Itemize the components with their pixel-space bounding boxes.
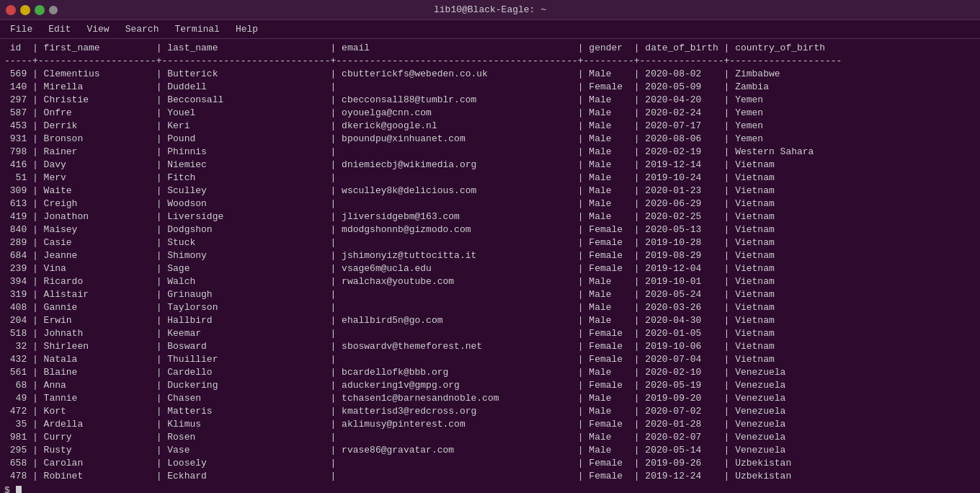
table-row: 309 | Waite | Sculley | wsculley8k@delic… — [4, 185, 976, 197]
table-row: 140 | Mirella | Duddell | | Female | 202… — [4, 81, 976, 94]
window-controls[interactable] — [6, 5, 58, 15]
table-row: 295 | Rusty | Vase | rvase86@gravatar.co… — [4, 444, 976, 457]
table-row: 569 | Clementius | Butterick | cbutteric… — [4, 68, 976, 81]
table-row: 394 | Ricardo | Walch | rwalchax@youtube… — [4, 275, 976, 288]
menu-view[interactable]: View — [79, 22, 116, 36]
menubar: File Edit View Search Terminal Help — [0, 20, 980, 39]
table-row: 68 | Anna | Duckering | aduckering1v@gmp… — [4, 379, 976, 392]
table-row: 798 | Rainer | Phinnis | | Male | 2020-0… — [4, 146, 976, 159]
prompt-symbol: $ — [4, 485, 16, 493]
table-row: 518 | Johnath | Keemar | | Female | 2020… — [4, 327, 976, 340]
close-button[interactable] — [6, 5, 16, 15]
extra-button[interactable] — [49, 6, 58, 14]
table-row: 51 | Merv | Fitch | | Male | 2019-10-24 … — [4, 172, 976, 185]
table-row: 204 | Erwin | Hallbird | ehallbird5n@go.… — [4, 314, 976, 327]
table-row: 658 | Carolan | Loosely | | Female | 201… — [4, 457, 976, 470]
table-row: 840 | Maisey | Dodgshon | mdodgshonnb@gi… — [4, 223, 976, 236]
cursor — [16, 486, 22, 493]
table-row: 478 | Robinet | Eckhard | | Female | 201… — [4, 470, 976, 483]
table-row: 416 | Davy | Niemiec | dniemiecbj@wikime… — [4, 159, 976, 172]
titlebar: lib10@Black-Eagle: ~ — [0, 0, 980, 20]
table-header: id | first_name | last_name | email | ge… — [4, 42, 976, 55]
table-row: 297 | Christie | Becconsall | cbecconsal… — [4, 94, 976, 107]
menu-edit[interactable]: Edit — [41, 22, 78, 36]
menu-terminal[interactable]: Terminal — [167, 22, 226, 36]
table-row: 432 | Natala | Thuillier | | Female | 20… — [4, 353, 976, 366]
terminal-content[interactable]: id | first_name | last_name | email | ge… — [0, 39, 980, 493]
table-separator: -----+---------------------+------------… — [4, 55, 976, 68]
table-row: 931 | Bronson | Pound | bpoundpu@xinhuan… — [4, 133, 976, 146]
table-row: 49 | Tannie | Chasen | tchasen1c@barnesa… — [4, 392, 976, 405]
menu-help[interactable]: Help — [228, 22, 265, 36]
table-row: 587 | Onfre | Youel | oyouelga@cnn.com |… — [4, 107, 976, 120]
table-row: 453 | Derrik | Keri | dkerick@google.nl … — [4, 120, 976, 133]
table-row: 561 | Blaine | Cardello | bcardellofk@bb… — [4, 366, 976, 379]
table-row: 472 | Kort | Matteris | kmatterisd3@redc… — [4, 405, 976, 418]
table-row: 981 | Curry | Rosen | | Male | 2020-02-0… — [4, 431, 976, 444]
prompt-line: $ — [4, 484, 976, 493]
menu-file[interactable]: File — [3, 22, 40, 36]
terminal-window: lib10@Black-Eagle: ~ File Edit View Sear… — [0, 0, 980, 493]
menu-search[interactable]: Search — [118, 22, 166, 36]
maximize-button[interactable] — [35, 5, 45, 15]
minimize-button[interactable] — [20, 5, 30, 15]
table-body: 569 | Clementius | Butterick | cbutteric… — [4, 68, 976, 483]
table-row: 684 | Jeanne | Shimony | jshimonyiz@tutt… — [4, 249, 976, 262]
table-row: 319 | Alistair | Grinaugh | | Male | 202… — [4, 288, 976, 301]
table-row: 408 | Gannie | Taylorson | | Male | 2020… — [4, 301, 976, 314]
table-row: 419 | Jonathon | Liversidge | jliversidg… — [4, 210, 976, 223]
table-row: 239 | Vina | Sage | vsage6m@ucla.edu | F… — [4, 262, 976, 275]
table-row: 613 | Creigh | Woodson | | Male | 2020-0… — [4, 197, 976, 210]
table-row: 289 | Casie | Stuck | | Female | 2019-10… — [4, 236, 976, 249]
table-row: 35 | Ardella | Klimus | aklimusy@pintere… — [4, 418, 976, 431]
window-title: lib10@Black-Eagle: ~ — [434, 4, 546, 15]
table-row: 32 | Shirleen | Bosward | sboswardv@them… — [4, 340, 976, 353]
